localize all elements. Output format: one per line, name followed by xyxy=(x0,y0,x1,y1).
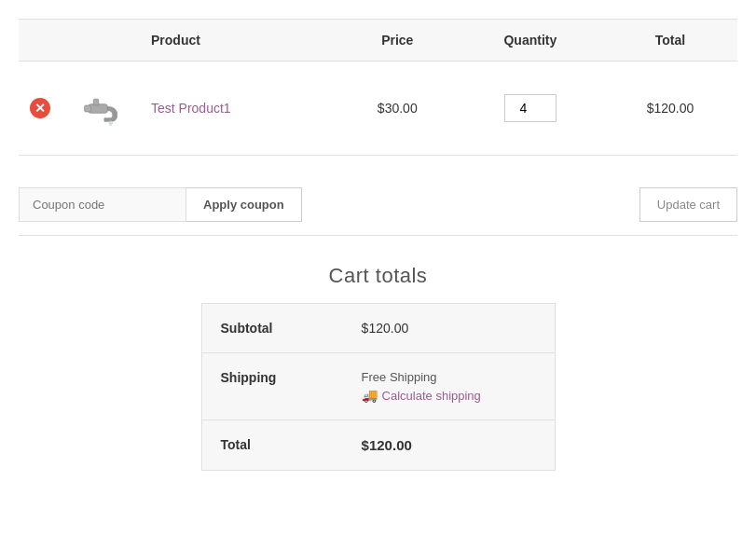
subtotal-row: Subtotal $120.00 xyxy=(201,304,555,353)
table-row: ✕ xyxy=(19,62,737,156)
cart-totals-title: Cart totals xyxy=(201,264,556,288)
totals-table: Subtotal $120.00 Shipping Free Shipping … xyxy=(201,303,556,471)
cart-table: Product Price Quantity Total ✕ xyxy=(19,19,737,156)
total-value: $120.00 xyxy=(343,420,555,471)
truck-icon: 🚚 xyxy=(362,388,378,403)
product-price: $30.00 xyxy=(378,101,418,116)
product-name-link[interactable]: Test Product1 xyxy=(151,101,231,116)
cart-totals-section: Cart totals Subtotal $120.00 Shipping Fr… xyxy=(19,264,737,471)
calculate-shipping-link[interactable]: 🚚 Calculate shipping xyxy=(362,388,536,403)
col-header-quantity: Quantity xyxy=(458,20,603,62)
total-label: Total xyxy=(201,420,343,471)
shipping-value: Free Shipping 🚚 Calculate shipping xyxy=(343,353,555,420)
close-icon: ✕ xyxy=(34,102,46,115)
update-cart-button[interactable]: Update cart xyxy=(639,187,737,222)
apply-coupon-button[interactable]: Apply coupon xyxy=(186,187,302,222)
svg-rect-2 xyxy=(93,99,99,105)
product-total: $120.00 xyxy=(647,101,694,116)
quantity-input[interactable] xyxy=(504,94,557,122)
subtotal-value: $120.00 xyxy=(343,304,555,353)
cart-actions: Apply coupon Update cart xyxy=(19,174,737,236)
free-shipping-text: Free Shipping xyxy=(362,370,536,384)
col-header-product: Product xyxy=(140,20,337,62)
coupon-section: Apply coupon xyxy=(19,187,302,222)
coupon-input[interactable] xyxy=(19,187,186,222)
calculate-shipping-label: Calculate shipping xyxy=(382,389,481,403)
col-header-total: Total xyxy=(603,20,737,62)
svg-point-3 xyxy=(108,120,112,126)
cart-totals: Cart totals Subtotal $120.00 Shipping Fr… xyxy=(201,264,556,471)
subtotal-label: Subtotal xyxy=(201,304,343,353)
remove-item-button[interactable]: ✕ xyxy=(30,98,50,118)
svg-rect-1 xyxy=(84,105,90,112)
col-header-price: Price xyxy=(337,20,458,62)
shipping-label: Shipping xyxy=(201,353,343,420)
faucet-icon xyxy=(76,83,127,134)
total-row: Total $120.00 xyxy=(201,420,555,471)
shipping-row: Shipping Free Shipping 🚚 Calculate shipp… xyxy=(201,353,555,420)
product-thumbnail xyxy=(73,80,129,136)
